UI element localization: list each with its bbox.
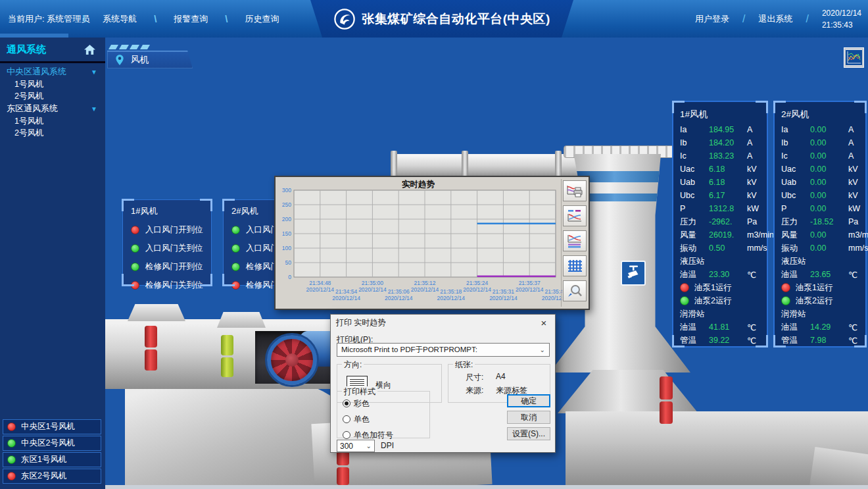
measurement-unit: ℃ [848, 322, 865, 332]
damper-indicator-green [221, 335, 233, 377]
fan-status-item[interactable]: 东区2号风机 [3, 469, 101, 484]
zoom-icon [566, 284, 583, 298]
print-dialog-title: 打印 实时趋势 [336, 317, 385, 328]
measurement-row: Uab6.18kV [673, 176, 767, 189]
home-icon[interactable] [84, 44, 96, 55]
measurement-label: 管温 [781, 335, 810, 346]
printer-select[interactable]: Microsoft Print to PDF于PORTPROMPT: ⌄ [337, 343, 550, 357]
measurement-unit: kV [747, 165, 767, 174]
topbar-nav-item[interactable]: 历史查询 [228, 13, 297, 25]
svg-text:21:34:54: 21:34:54 [335, 288, 357, 295]
measurement-value: 0.00 [810, 204, 848, 213]
status-dot-green [231, 226, 240, 234]
measurement-row: Ubc0.00kV [775, 189, 865, 202]
print-trend-button[interactable] [563, 180, 587, 201]
measurement-value: 6.18 [709, 165, 747, 174]
svg-text:2020/12/14: 2020/12/14 [516, 286, 544, 293]
print-style-label: 单色加符号 [354, 430, 393, 441]
measurement-value: 0.00 [810, 138, 848, 147]
user-login-button[interactable]: 用户登录 [695, 13, 729, 25]
measurement-label: Ib [781, 138, 810, 147]
measurement-value: 0.00 [810, 191, 848, 200]
measurement-label: Ic [680, 151, 709, 161]
door-status-row: 入口风门关到位 [123, 243, 211, 254]
measurement-label: Ic [781, 151, 810, 161]
bottom-strip [105, 485, 868, 489]
sidebar-item-fan[interactable]: 1号风机 [0, 115, 105, 127]
cancel-button[interactable]: 取消 [507, 411, 550, 424]
sidebar-group[interactable]: 中央区通风系统▼ [0, 65, 105, 78]
close-icon[interactable]: × [538, 317, 550, 328]
measurement-value: 0.00 [810, 230, 848, 240]
print-style-label: 单色 [354, 414, 370, 425]
sidebar-group[interactable]: 东区通风系统▼ [0, 102, 105, 115]
current-user-label: 当前用户: 系统管理员 [8, 0, 89, 38]
topbar-right: 用户登录 / 退出系统 / 2020/12/14 21:35:43 [695, 0, 861, 38]
curves-bars-button[interactable] [563, 230, 587, 251]
measurement-unit: A [848, 151, 865, 161]
measurement-value: 41.81 [709, 322, 747, 332]
measurement-label: P [781, 204, 810, 213]
door-status-panel-1: 1#风机入口风门开到位入口风门关到位检修风门开到位检修风门关到位 [122, 199, 212, 286]
measurement-label: 油温 [680, 322, 709, 333]
tab-fan[interactable]: 风机 [107, 51, 193, 68]
measurement-row: 管温7.98℃ [775, 334, 865, 347]
print-style-option[interactable]: 单色加符号 [343, 430, 429, 440]
measurement-row: Uac6.18kV [673, 163, 767, 176]
fan-status-list: 中央区1号风机中央区2号风机东区1号风机东区2号风机 [3, 419, 101, 485]
measurement-value: 26019. [709, 230, 747, 240]
cctv-camera-icon[interactable] [621, 261, 646, 286]
print-style-option[interactable]: 单色 [343, 414, 429, 425]
topbar-nav-item[interactable]: 系统导航 [85, 13, 154, 25]
svg-text:50: 50 [285, 259, 292, 266]
fan-status-item[interactable]: 中央区1号风机 [3, 419, 101, 434]
measurement-row: 油温23.65℃ [775, 268, 865, 281]
curves-legend-button[interactable] [563, 205, 587, 226]
fan-status-item[interactable]: 中央区2号风机 [3, 436, 101, 451]
pump-status-label: 油泵2运行 [694, 296, 732, 307]
zoom-tool-button[interactable] [563, 280, 587, 301]
door-status-label: 入口风门关到位 [145, 243, 203, 254]
sidebar-group-label: 东区通风系统 [7, 103, 58, 115]
measurement-unit: m3/min [747, 230, 774, 240]
grid-toggle-button[interactable] [563, 255, 587, 276]
measurement-value: 6.18 [709, 178, 747, 187]
status-dot-red [7, 472, 16, 480]
svg-text:21:35:37: 21:35:37 [519, 280, 541, 286]
measurement-label: Ia [781, 125, 810, 134]
sidebar-item-fan[interactable]: 1号风机 [0, 78, 105, 90]
measurement-unit: A [747, 125, 767, 134]
print-dialog-titlebar[interactable]: 打印 实时趋势 × [331, 315, 555, 330]
measurement-value: 14.29 [810, 322, 848, 332]
sidebar-item-fan[interactable]: 2号风机 [0, 90, 105, 102]
sidebar-header: 通风系统 [0, 38, 105, 61]
measurement-row: 油温41.81℃ [673, 321, 767, 334]
status-dot-red [231, 281, 240, 290]
svg-text:2020/12/14: 2020/12/14 [358, 286, 387, 293]
svg-text:21:34:48: 21:34:48 [309, 280, 331, 286]
orientation-value: 横向 [375, 380, 391, 391]
svg-text:21:35:12: 21:35:12 [414, 280, 435, 286]
topbar-nav-item[interactable]: 报警查询 [157, 13, 225, 25]
measurement-unit: ℃ [747, 336, 767, 346]
date-text: 2020/12/14 [822, 7, 861, 19]
measurement-row: 管温39.22℃ [673, 334, 767, 347]
panel-section-label: 润滑站 [775, 307, 865, 321]
trend-shortcut-button[interactable] [844, 47, 864, 68]
curves-legend-icon [566, 209, 583, 223]
ok-button[interactable]: 确定 [507, 394, 550, 407]
exit-system-button[interactable]: 退出系统 [758, 13, 792, 25]
settings-button[interactable]: 设置(S)... [507, 427, 550, 440]
panel-section-label: 液压站 [775, 255, 865, 268]
sidebar-menu: 中央区通风系统▼1号风机2号风机东区通风系统▼1号风机2号风机 [0, 63, 105, 139]
dpi-select[interactable]: 300 ⌄ [337, 440, 375, 452]
pump-status-label: 油泵1运行 [694, 282, 732, 294]
sidebar-item-fan[interactable]: 2号风机 [0, 127, 105, 139]
stack-funnel-3d [558, 370, 698, 413]
fan-status-item[interactable]: 东区1号风机 [3, 452, 101, 467]
svg-text:2020/12/14: 2020/12/14 [385, 295, 413, 301]
measurement-unit: ℃ [848, 270, 865, 280]
svg-text:200: 200 [282, 216, 291, 222]
print-style-label: 彩色 [354, 398, 370, 409]
print-style-option[interactable]: 彩色 [343, 398, 429, 409]
